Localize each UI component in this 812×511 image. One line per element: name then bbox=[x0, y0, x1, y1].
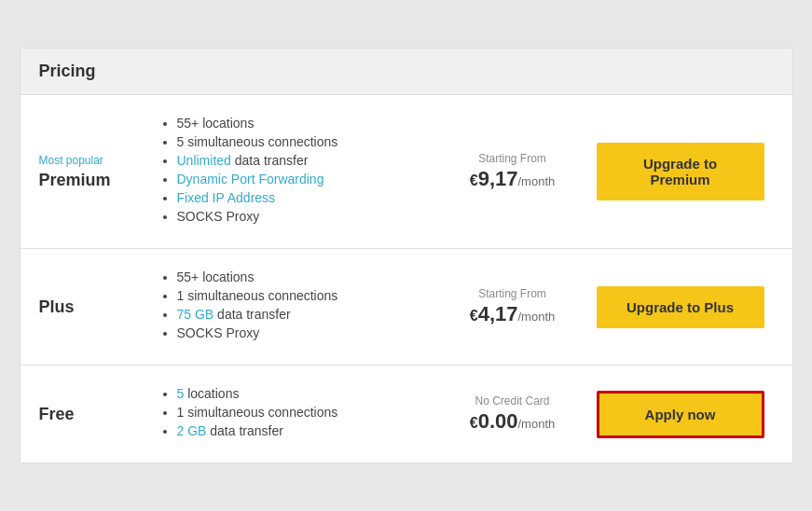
most-popular-label: Most popular bbox=[39, 154, 151, 167]
plan-name-plus: Plus bbox=[39, 297, 151, 317]
pricing-title: Pricing bbox=[39, 62, 774, 81]
plan-price-free: No Credit Card €0.00/month bbox=[438, 394, 587, 434]
plan-row-plus: Plus 55+ locations 1 simultaneous connec… bbox=[21, 249, 792, 366]
price-amount-free: €0.00/month bbox=[438, 409, 587, 434]
plan-features-free: 5 locations 1 simultaneous connections 2… bbox=[151, 386, 438, 442]
plan-features-premium: 55+ locations 5 simultaneous connections… bbox=[151, 116, 438, 228]
list-item: 1 simultaneous connections bbox=[177, 288, 438, 303]
75gb-link[interactable]: 75 GB bbox=[177, 307, 214, 322]
list-item: 75 GB data transfer bbox=[177, 307, 438, 322]
list-item: Fixed IP Address bbox=[177, 190, 438, 205]
plan-name-col-plus: Plus bbox=[39, 297, 151, 317]
no-credit-label: No Credit Card bbox=[438, 394, 587, 407]
plan-price-plus: Starting From €4,17/month bbox=[438, 287, 587, 326]
unlimited-link[interactable]: Unlimited bbox=[177, 153, 231, 168]
pricing-container: Pricing Most popular Premium 55+ locatio… bbox=[20, 48, 793, 463]
list-item: 55+ locations bbox=[177, 116, 438, 131]
plan-name-premium: Premium bbox=[39, 171, 151, 190]
list-item: Unlimited data transfer bbox=[177, 153, 438, 168]
fixed-ip-link[interactable]: Fixed IP Address bbox=[177, 190, 276, 205]
starting-from-premium: Starting From bbox=[438, 152, 587, 165]
list-item: 1 simultaneous connections bbox=[177, 405, 438, 420]
plan-row-free: Free 5 locations 1 simultaneous connecti… bbox=[21, 366, 792, 463]
list-item: 2 GB data transfer bbox=[177, 423, 438, 438]
plan-action-premium: Upgrade to Premium bbox=[587, 143, 774, 200]
list-item: SOCKS Proxy bbox=[177, 325, 438, 340]
list-item: Dynamic Port Forwarding bbox=[177, 172, 438, 186]
list-item: 55+ locations bbox=[177, 269, 438, 284]
list-item: SOCKS Proxy bbox=[177, 209, 438, 224]
plan-row-premium: Most popular Premium 55+ locations 5 sim… bbox=[21, 95, 792, 249]
list-item: 5 simultaneous connections bbox=[177, 134, 438, 149]
dynamic-port-link[interactable]: Dynamic Port Forwarding bbox=[177, 172, 324, 186]
price-amount-premium: €9,17/month bbox=[438, 167, 587, 191]
plan-name-col-free: Free bbox=[39, 405, 151, 424]
pricing-header: Pricing bbox=[21, 48, 792, 95]
price-amount-plus: €4,17/month bbox=[438, 302, 587, 326]
plan-name-col-premium: Most popular Premium bbox=[39, 154, 151, 190]
starting-from-plus: Starting From bbox=[438, 287, 587, 300]
apply-now-button[interactable]: Apply now bbox=[597, 391, 764, 438]
plan-name-free: Free bbox=[39, 405, 151, 424]
plan-price-premium: Starting From €9,17/month bbox=[438, 152, 587, 191]
plan-features-plus: 55+ locations 1 simultaneous connections… bbox=[151, 269, 438, 344]
upgrade-plus-button[interactable]: Upgrade to Plus bbox=[597, 286, 764, 328]
5-locations-link[interactable]: 5 bbox=[177, 386, 185, 401]
list-item: 5 locations bbox=[177, 386, 438, 401]
2gb-link[interactable]: 2 GB bbox=[177, 423, 207, 438]
plan-action-free: Apply now bbox=[587, 391, 774, 438]
upgrade-premium-button[interactable]: Upgrade to Premium bbox=[597, 143, 764, 200]
plan-action-plus: Upgrade to Plus bbox=[587, 286, 774, 328]
